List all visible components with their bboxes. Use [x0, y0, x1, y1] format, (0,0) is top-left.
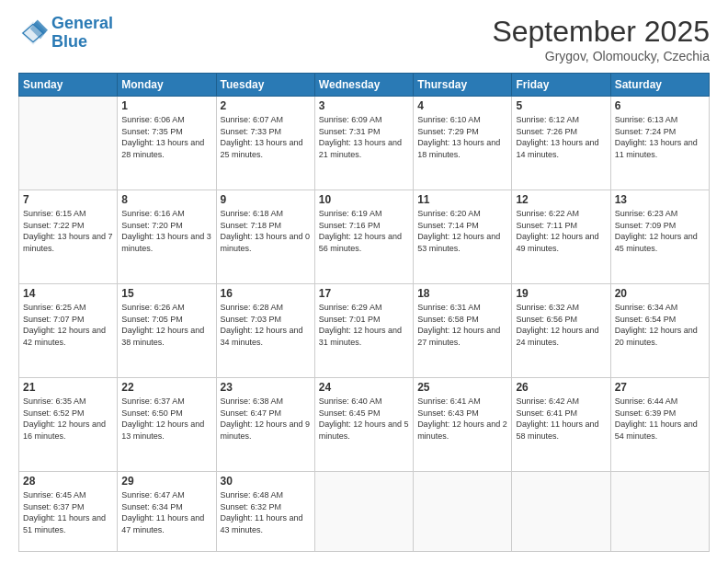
logo-line2: Blue: [51, 33, 113, 52]
cell-info: Sunrise: 6:13 AMSunset: 7:24 PMDaylight:…: [615, 114, 705, 160]
calendar-cell: [314, 471, 413, 551]
logo-icon: [18, 18, 48, 48]
day-number: 9: [221, 193, 311, 206]
calendar-cell: 2Sunrise: 6:07 AMSunset: 7:33 PMDaylight…: [216, 97, 314, 190]
day-number: 14: [23, 287, 113, 300]
calendar-cell: 11Sunrise: 6:20 AMSunset: 7:14 PMDayligh…: [414, 190, 512, 283]
cell-info: Sunrise: 6:09 AMSunset: 7:31 PMDaylight:…: [319, 114, 409, 160]
calendar-cell: [610, 471, 709, 551]
day-number: 2: [221, 99, 311, 112]
calendar-cell: 28Sunrise: 6:45 AMSunset: 6:37 PMDayligh…: [19, 471, 118, 551]
cell-info: Sunrise: 6:40 AMSunset: 6:45 PMDaylight:…: [319, 396, 409, 442]
calendar-cell: 7Sunrise: 6:15 AMSunset: 7:22 PMDaylight…: [19, 190, 118, 283]
cell-info: Sunrise: 6:10 AMSunset: 7:29 PMDaylight:…: [417, 114, 507, 160]
calendar-cell: 19Sunrise: 6:32 AMSunset: 6:56 PMDayligh…: [512, 283, 610, 377]
day-number: 24: [319, 381, 409, 394]
day-number: 8: [121, 193, 211, 206]
day-number: 3: [319, 99, 409, 112]
cell-info: Sunrise: 6:38 AMSunset: 6:47 PMDaylight:…: [221, 396, 311, 442]
header: General Blue September 2025 Grygov, Olom…: [18, 15, 710, 63]
calendar-cell: 8Sunrise: 6:16 AMSunset: 7:20 PMDaylight…: [118, 190, 216, 283]
cell-info: Sunrise: 6:22 AMSunset: 7:11 PMDaylight:…: [516, 208, 606, 254]
day-header-wednesday: Wednesday: [314, 74, 413, 97]
month-title: September 2025: [492, 15, 710, 49]
day-number: 15: [121, 287, 211, 300]
calendar-cell: 6Sunrise: 6:13 AMSunset: 7:24 PMDaylight…: [610, 97, 709, 190]
calendar-cell: 3Sunrise: 6:09 AMSunset: 7:31 PMDaylight…: [314, 97, 413, 190]
cell-info: Sunrise: 6:18 AMSunset: 7:18 PMDaylight:…: [221, 208, 311, 254]
day-number: 12: [516, 193, 606, 206]
location-subtitle: Grygov, Olomoucky, Czechia: [492, 49, 710, 63]
day-number: 1: [121, 99, 211, 112]
day-number: 16: [221, 287, 311, 300]
cell-info: Sunrise: 6:16 AMSunset: 7:20 PMDaylight:…: [121, 208, 211, 254]
cell-info: Sunrise: 6:20 AMSunset: 7:14 PMDaylight:…: [417, 208, 507, 254]
day-number: 21: [23, 381, 113, 394]
cell-info: Sunrise: 6:45 AMSunset: 6:37 PMDaylight:…: [23, 489, 113, 535]
calendar-cell: 25Sunrise: 6:41 AMSunset: 6:43 PMDayligh…: [414, 377, 512, 471]
logo-line1: General: [51, 15, 113, 33]
calendar-cell: 21Sunrise: 6:35 AMSunset: 6:52 PMDayligh…: [19, 377, 118, 471]
calendar-cell: 18Sunrise: 6:31 AMSunset: 6:58 PMDayligh…: [414, 283, 512, 377]
calendar-cell: 27Sunrise: 6:44 AMSunset: 6:39 PMDayligh…: [610, 377, 709, 471]
day-number: 11: [417, 193, 507, 206]
cell-info: Sunrise: 6:48 AMSunset: 6:32 PMDaylight:…: [221, 489, 311, 535]
calendar-cell: [19, 97, 118, 190]
cell-info: Sunrise: 6:23 AMSunset: 7:09 PMDaylight:…: [615, 208, 705, 254]
calendar-cell: 14Sunrise: 6:25 AMSunset: 7:07 PMDayligh…: [19, 283, 118, 377]
calendar-cell: 13Sunrise: 6:23 AMSunset: 7:09 PMDayligh…: [610, 190, 709, 283]
logo: General Blue: [18, 15, 113, 52]
day-number: 27: [615, 381, 705, 394]
day-number: 19: [516, 287, 606, 300]
day-number: 13: [615, 193, 705, 206]
cell-info: Sunrise: 6:28 AMSunset: 7:03 PMDaylight:…: [221, 302, 311, 348]
calendar-cell: 22Sunrise: 6:37 AMSunset: 6:50 PMDayligh…: [118, 377, 216, 471]
calendar-cell: 15Sunrise: 6:26 AMSunset: 7:05 PMDayligh…: [118, 283, 216, 377]
day-header-friday: Friday: [512, 74, 610, 97]
calendar-cell: 16Sunrise: 6:28 AMSunset: 7:03 PMDayligh…: [216, 283, 314, 377]
cell-info: Sunrise: 6:19 AMSunset: 7:16 PMDaylight:…: [319, 208, 409, 254]
calendar-table: SundayMondayTuesdayWednesdayThursdayFrid…: [18, 73, 710, 552]
calendar-cell: 26Sunrise: 6:42 AMSunset: 6:41 PMDayligh…: [512, 377, 610, 471]
page: General Blue September 2025 Grygov, Olom…: [0, 0, 728, 563]
day-number: 25: [417, 381, 507, 394]
calendar-cell: 29Sunrise: 6:47 AMSunset: 6:34 PMDayligh…: [118, 471, 216, 551]
cell-info: Sunrise: 6:06 AMSunset: 7:35 PMDaylight:…: [121, 114, 211, 160]
calendar-cell: 5Sunrise: 6:12 AMSunset: 7:26 PMDaylight…: [512, 97, 610, 190]
calendar-header-row: SundayMondayTuesdayWednesdayThursdayFrid…: [19, 74, 710, 97]
cell-info: Sunrise: 6:29 AMSunset: 7:01 PMDaylight:…: [319, 302, 409, 348]
day-header-thursday: Thursday: [414, 74, 512, 97]
cell-info: Sunrise: 6:31 AMSunset: 6:58 PMDaylight:…: [417, 302, 507, 348]
calendar-cell: [414, 471, 512, 551]
calendar-cell: 23Sunrise: 6:38 AMSunset: 6:47 PMDayligh…: [216, 377, 314, 471]
day-number: 4: [417, 99, 507, 112]
calendar-cell: 4Sunrise: 6:10 AMSunset: 7:29 PMDaylight…: [414, 97, 512, 190]
day-number: 7: [23, 193, 113, 206]
day-number: 22: [121, 381, 211, 394]
day-number: 10: [319, 193, 409, 206]
day-number: 26: [516, 381, 606, 394]
title-block: September 2025 Grygov, Olomoucky, Czechi…: [492, 15, 710, 63]
cell-info: Sunrise: 6:25 AMSunset: 7:07 PMDaylight:…: [23, 302, 113, 348]
calendar-cell: 10Sunrise: 6:19 AMSunset: 7:16 PMDayligh…: [314, 190, 413, 283]
day-number: 6: [615, 99, 705, 112]
day-number: 30: [221, 475, 311, 488]
cell-info: Sunrise: 6:32 AMSunset: 6:56 PMDaylight:…: [516, 302, 606, 348]
day-number: 23: [221, 381, 311, 394]
calendar-cell: [512, 471, 610, 551]
calendar-cell: 30Sunrise: 6:48 AMSunset: 6:32 PMDayligh…: [216, 471, 314, 551]
cell-info: Sunrise: 6:47 AMSunset: 6:34 PMDaylight:…: [121, 489, 211, 535]
calendar-cell: 12Sunrise: 6:22 AMSunset: 7:11 PMDayligh…: [512, 190, 610, 283]
calendar-cell: 9Sunrise: 6:18 AMSunset: 7:18 PMDaylight…: [216, 190, 314, 283]
day-header-sunday: Sunday: [19, 74, 118, 97]
cell-info: Sunrise: 6:15 AMSunset: 7:22 PMDaylight:…: [23, 208, 113, 254]
cell-info: Sunrise: 6:41 AMSunset: 6:43 PMDaylight:…: [417, 396, 507, 442]
day-number: 17: [319, 287, 409, 300]
day-number: 28: [23, 475, 113, 488]
calendar-cell: 1Sunrise: 6:06 AMSunset: 7:35 PMDaylight…: [118, 97, 216, 190]
cell-info: Sunrise: 6:44 AMSunset: 6:39 PMDaylight:…: [615, 396, 705, 442]
day-number: 20: [615, 287, 705, 300]
cell-info: Sunrise: 6:07 AMSunset: 7:33 PMDaylight:…: [221, 114, 311, 160]
day-header-monday: Monday: [118, 74, 216, 97]
cell-info: Sunrise: 6:37 AMSunset: 6:50 PMDaylight:…: [121, 396, 211, 442]
